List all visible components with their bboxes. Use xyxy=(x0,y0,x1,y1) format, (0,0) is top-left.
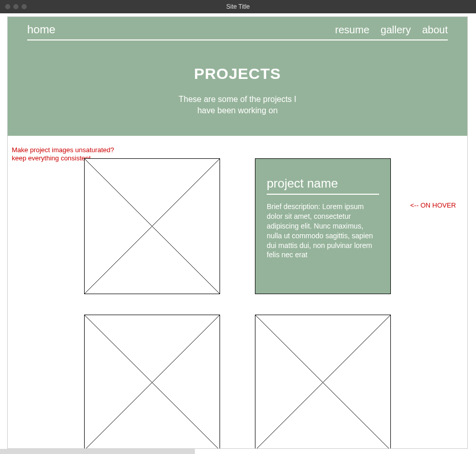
project-hover-overlay: project name Brief description: Lorem ip… xyxy=(255,158,391,294)
window-controls xyxy=(0,4,27,9)
window-maximize-icon[interactable] xyxy=(22,4,27,9)
page-frame: home resume gallery about PROJECTS These… xyxy=(7,16,468,449)
image-placeholder-icon xyxy=(84,315,220,449)
project-name: project name xyxy=(267,176,379,195)
page-subtitle: These are some of the projects I have be… xyxy=(179,94,296,116)
window-title: Site Title xyxy=(226,3,250,10)
nav-resume[interactable]: resume xyxy=(335,24,369,36)
nav-gallery[interactable]: gallery xyxy=(381,24,411,36)
hero-section: home resume gallery about PROJECTS These… xyxy=(8,17,467,136)
project-card-hover[interactable]: project name Brief description: Lorem ip… xyxy=(255,158,391,294)
nav-bar: home resume gallery about xyxy=(27,17,448,40)
project-grid: project name Brief description: Lorem ip… xyxy=(84,158,391,449)
image-placeholder-icon xyxy=(255,315,391,449)
annotation-right: <-- ON HOVER xyxy=(410,201,456,210)
project-card[interactable] xyxy=(255,315,391,449)
image-placeholder-icon xyxy=(84,158,220,294)
nav-about[interactable]: about xyxy=(422,24,448,36)
project-card[interactable] xyxy=(84,315,220,449)
title-bar: Site Title xyxy=(0,0,476,13)
browser-window: Site Title home resume gallery about PRO… xyxy=(0,0,476,454)
window-minimize-icon[interactable] xyxy=(13,4,18,9)
nav-home[interactable]: home xyxy=(27,23,55,36)
window-close-icon[interactable] xyxy=(5,4,10,9)
content-section: Make project images unsaturated? keep ev… xyxy=(8,136,467,449)
horizontal-scrollbar[interactable] xyxy=(0,449,195,454)
canvas-area: home resume gallery about PROJECTS These… xyxy=(0,13,476,454)
page-title: PROJECTS xyxy=(8,65,467,82)
project-description: Brief description: Lorem ipsum dolor sit… xyxy=(267,202,379,260)
project-card[interactable] xyxy=(84,158,220,294)
